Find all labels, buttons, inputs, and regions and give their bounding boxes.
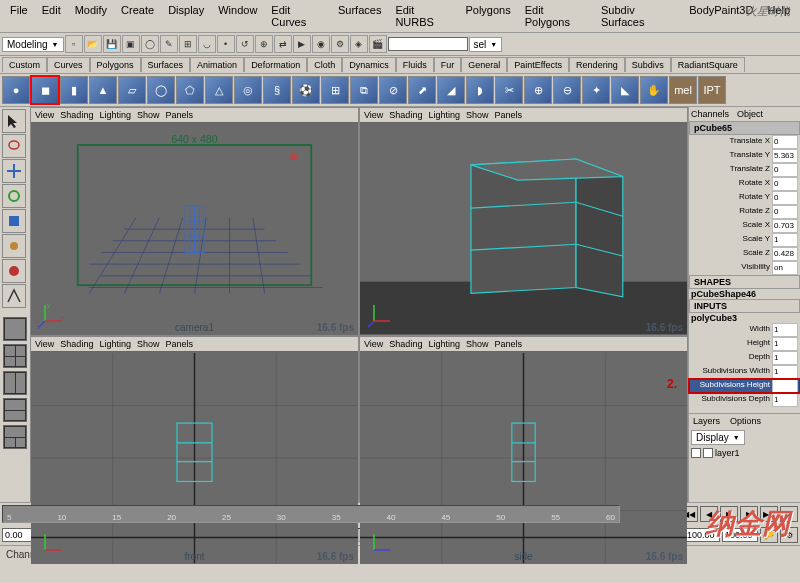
- display-dropdown[interactable]: Display: [691, 430, 745, 445]
- poly-pipe-icon[interactable]: ◎: [234, 76, 262, 104]
- menu-subdiv[interactable]: Subdiv Surfaces: [595, 2, 681, 30]
- range-end-field[interactable]: 100.00: [684, 528, 720, 542]
- shelf-tab-surfaces[interactable]: Surfaces: [141, 57, 191, 72]
- layer-type-toggle[interactable]: [703, 448, 713, 458]
- bevel-icon[interactable]: ◢: [437, 76, 465, 104]
- menu-display[interactable]: Display: [162, 2, 210, 30]
- menu-edit[interactable]: Edit: [36, 2, 67, 30]
- render-globals-icon[interactable]: ⚙: [331, 35, 349, 53]
- two-side-layout-icon[interactable]: [3, 371, 27, 395]
- shelf-tab-painteffects[interactable]: PaintEffects: [507, 57, 569, 72]
- prev-key-icon[interactable]: ◀: [700, 506, 718, 522]
- channel-attr[interactable]: Rotate Y0: [689, 191, 800, 205]
- poly-torus-icon[interactable]: ◯: [147, 76, 175, 104]
- construction-icon[interactable]: ⊕: [255, 35, 273, 53]
- shelf-tab-deformation[interactable]: Deformation: [244, 57, 307, 72]
- channel-attr[interactable]: Translate X0: [689, 135, 800, 149]
- select-icon[interactable]: ▣: [122, 35, 140, 53]
- lasso-tool[interactable]: [2, 134, 26, 158]
- menu-modify[interactable]: Modify: [69, 2, 113, 30]
- shape-name[interactable]: pCubeShape46: [689, 289, 800, 299]
- snap-point-icon[interactable]: •: [217, 35, 235, 53]
- shelf-tab-custom[interactable]: Custom: [2, 57, 47, 72]
- channel-attr[interactable]: Scale X0.703: [689, 219, 800, 233]
- open-scene-icon[interactable]: 📂: [84, 35, 102, 53]
- channel-attr[interactable]: Visibilityon: [689, 261, 800, 275]
- sculpt-icon[interactable]: ✋: [640, 76, 668, 104]
- shelf-tab-rendering[interactable]: Rendering: [569, 57, 625, 72]
- input-attr[interactable]: Subdivisions Depth1: [689, 393, 800, 407]
- input-attr[interactable]: Depth1: [689, 351, 800, 365]
- four-view-layout-icon[interactable]: [3, 344, 27, 368]
- shelf-tab-fur[interactable]: Fur: [434, 57, 462, 72]
- render-icon[interactable]: ▶: [293, 35, 311, 53]
- snap-grid-icon[interactable]: ⊞: [179, 35, 197, 53]
- play-back-icon[interactable]: ▶: [720, 506, 738, 522]
- input-attr[interactable]: Subdivisions Height3: [689, 379, 800, 393]
- show-manip-tool[interactable]: [2, 284, 26, 308]
- menu-polygons[interactable]: Polygons: [459, 2, 516, 30]
- menu-window[interactable]: Window: [212, 2, 263, 30]
- poly-soccer-icon[interactable]: ⚽: [292, 76, 320, 104]
- next-key-icon[interactable]: ▶▶: [760, 506, 778, 522]
- menu-create[interactable]: Create: [115, 2, 160, 30]
- channel-attr[interactable]: Rotate X0: [689, 177, 800, 191]
- object-name[interactable]: pCube65: [689, 121, 800, 135]
- channel-attr[interactable]: Scale Y1: [689, 233, 800, 247]
- smooth-icon[interactable]: ◗: [466, 76, 494, 104]
- rotate-tool[interactable]: [2, 184, 26, 208]
- input-output-icon[interactable]: ⇄: [274, 35, 292, 53]
- time-track[interactable]: 51015202530354045505560: [2, 505, 620, 523]
- shelf-tab-polygons[interactable]: Polygons: [90, 57, 141, 72]
- lasso-icon[interactable]: ◯: [141, 35, 159, 53]
- extract-icon[interactable]: ⧉: [350, 76, 378, 104]
- extrude-icon[interactable]: ⬈: [408, 76, 436, 104]
- layers-options[interactable]: Options: [730, 416, 761, 426]
- sel-dropdown[interactable]: sel: [469, 37, 503, 52]
- channel-attr[interactable]: Translate Y5.363: [689, 149, 800, 163]
- shelf-tab-animation[interactable]: Animation: [190, 57, 244, 72]
- shelf-tab-curves[interactable]: Curves: [47, 57, 90, 72]
- layer-row[interactable]: layer1: [689, 447, 800, 459]
- input-attr[interactable]: Subdivisions Width1: [689, 365, 800, 379]
- move-tool[interactable]: [2, 159, 26, 183]
- input-attr[interactable]: Width1: [689, 323, 800, 337]
- shelf-tab-general[interactable]: General: [461, 57, 507, 72]
- poly-cone-icon[interactable]: ▲: [89, 76, 117, 104]
- viewport-shaded[interactable]: ViewShadingLightingShowPanels 16.6 fps: [360, 108, 687, 335]
- layer-visible-toggle[interactable]: [691, 448, 701, 458]
- menu-surfaces[interactable]: Surfaces: [332, 2, 387, 30]
- menu-file[interactable]: File: [4, 2, 34, 30]
- menu-edit-nurbs[interactable]: Edit NURBS: [389, 2, 457, 30]
- viewport-side[interactable]: ViewShadingLightingShowPanels side 16.6 …: [360, 337, 687, 564]
- input-attr[interactable]: Height1: [689, 337, 800, 351]
- shelf-tab-cloth[interactable]: Cloth: [307, 57, 342, 72]
- step-fwd-icon[interactable]: ⏭: [780, 506, 798, 522]
- manip-tool[interactable]: [2, 234, 26, 258]
- snap-curve-icon[interactable]: ◡: [198, 35, 216, 53]
- menu-edit-curves[interactable]: Edit Curves: [265, 2, 330, 30]
- merge-icon[interactable]: ⊕: [524, 76, 552, 104]
- scale-tool[interactable]: [2, 209, 26, 233]
- clapper-icon[interactable]: 🎬: [369, 35, 387, 53]
- layers-menu[interactable]: Layers: [693, 416, 720, 426]
- prefs-icon[interactable]: ⚙: [780, 527, 798, 543]
- poly-plane-icon[interactable]: ▱: [118, 76, 146, 104]
- collapse-icon[interactable]: ⊖: [553, 76, 581, 104]
- poly-pyramid-icon[interactable]: △: [205, 76, 233, 104]
- history-icon[interactable]: ↺: [236, 35, 254, 53]
- poly-cube-icon[interactable]: ◼: [31, 76, 59, 104]
- wedge-icon[interactable]: ◣: [611, 76, 639, 104]
- auto-key-icon[interactable]: 🔑: [760, 527, 778, 543]
- shelf-tab-subdivs[interactable]: Subdivs: [625, 57, 671, 72]
- poly-prism-icon[interactable]: ⬠: [176, 76, 204, 104]
- hypershade-icon[interactable]: ◈: [350, 35, 368, 53]
- three-layout-icon[interactable]: [3, 425, 27, 449]
- combine-icon[interactable]: ⊞: [321, 76, 349, 104]
- ipr-icon[interactable]: ◉: [312, 35, 330, 53]
- channel-attr[interactable]: Scale Z0.428: [689, 247, 800, 261]
- save-scene-icon[interactable]: 💾: [103, 35, 121, 53]
- play-forward-icon[interactable]: ▶: [740, 506, 758, 522]
- viewport-persp[interactable]: ViewShadingLightingShowPanels 640 x 480: [31, 108, 358, 335]
- split-icon[interactable]: ✂: [495, 76, 523, 104]
